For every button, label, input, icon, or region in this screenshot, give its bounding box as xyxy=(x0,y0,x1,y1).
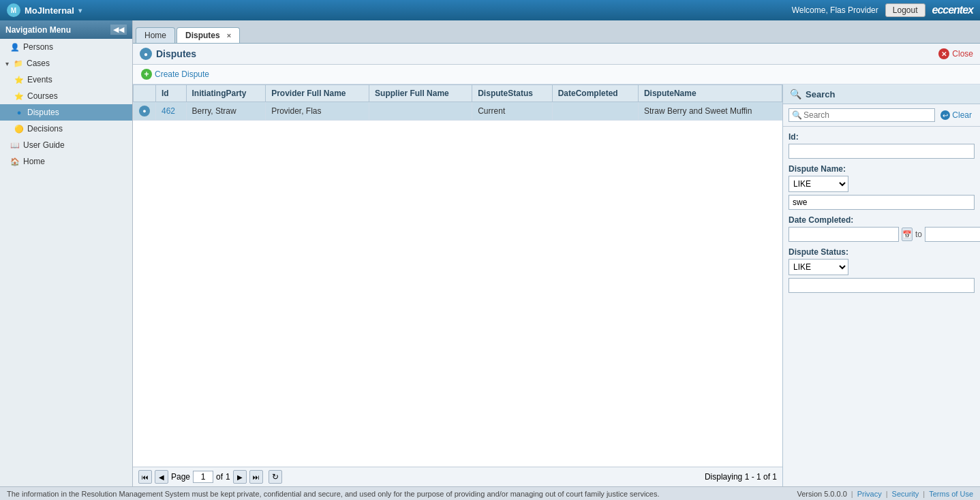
close-page-label: Close xyxy=(952,49,973,59)
decisions-icon: 🟡 xyxy=(14,123,25,134)
page-content: ● Disputes ✕ Close + Create Dispute xyxy=(133,44,980,486)
events-icon: ⭐ xyxy=(14,74,25,85)
close-page-button[interactable]: ✕ Close xyxy=(938,48,973,59)
create-dispute-button[interactable]: + Create Dispute xyxy=(138,67,212,81)
sidebar-item-user-guide[interactable]: 📖 User Guide xyxy=(0,137,132,153)
next-page-button[interactable]: ▶ xyxy=(233,470,247,484)
sidebar-item-courses[interactable]: ⭐ Courses xyxy=(0,88,132,104)
welcome-text: Welcome, Flas Provider xyxy=(792,5,878,15)
col-provider-full-name[interactable]: Provider Full Name xyxy=(266,85,369,102)
sidebar-item-persons[interactable]: 👤 Persons xyxy=(0,39,132,55)
footer: The information in the Resolution Manage… xyxy=(0,486,980,500)
date-completed-field-row: 📅 to 📅 xyxy=(788,227,975,242)
search-panel: 🔍 Search 🔍 ↩ Clear xyxy=(782,84,980,486)
disputes-icon: ● xyxy=(14,107,25,118)
date-to-input[interactable] xyxy=(925,227,980,242)
col-dispute-name[interactable]: DisputeName xyxy=(638,85,782,102)
row-dispute-name: Straw Berry and Sweet Muffin xyxy=(638,102,782,121)
sidebar-item-decisions[interactable]: 🟡 Decisions xyxy=(0,121,132,137)
tab-disputes[interactable]: Disputes × xyxy=(177,27,240,43)
col-initiating-party[interactable]: InitiatingParty xyxy=(186,85,266,102)
home-icon: 🏠 xyxy=(10,156,20,167)
row-id[interactable]: 462 xyxy=(156,102,187,121)
data-table: Id InitiatingParty Provider Full Name Su… xyxy=(133,84,782,467)
disputes-table: Id InitiatingParty Provider Full Name Su… xyxy=(133,84,782,121)
sidebar-user-guide-label: User Guide xyxy=(23,140,65,150)
sidebar-home-label: Home xyxy=(23,157,45,166)
toolbar: + Create Dispute xyxy=(133,65,980,84)
tab-home-label: Home xyxy=(144,31,166,40)
sidebar-disputes-label: Disputes xyxy=(27,108,59,117)
content-area: Home Disputes × ● Disputes ✕ Close xyxy=(133,20,980,486)
terms-link[interactable]: Terms of Use xyxy=(929,490,973,498)
table-row[interactable]: ● 462 Berry, Straw Provider, Flas Curren… xyxy=(134,102,782,121)
first-page-button[interactable]: ⏮ xyxy=(138,470,152,484)
sidebar-collapse-button[interactable]: ◀◀ xyxy=(110,25,127,35)
refresh-button[interactable]: ↻ xyxy=(269,470,282,484)
page-label: Page xyxy=(171,472,190,482)
row-supplier-name xyxy=(369,102,472,121)
app-dropdown-icon[interactable]: ▾ xyxy=(78,7,82,14)
col-date-completed[interactable]: DateCompleted xyxy=(552,85,638,102)
search-panel-header: 🔍 Search xyxy=(783,84,980,104)
search-input-wrapper: 🔍 xyxy=(788,108,935,122)
sidebar-item-events[interactable]: ⭐ Events xyxy=(0,72,132,88)
footer-links: Version 5.0.0.0 | Privacy | Security | T… xyxy=(797,490,973,498)
date-from-calendar-button[interactable]: 📅 xyxy=(902,228,913,241)
dispute-name-operator-select[interactable]: LIKE = != CONTAINS xyxy=(788,176,848,192)
cases-icon: 📁 xyxy=(13,58,24,69)
last-page-button[interactable]: ⏭ xyxy=(249,470,263,484)
dispute-status-operator-select[interactable]: LIKE = != CONTAINS xyxy=(788,259,848,275)
page-header: ● Disputes ✕ Close xyxy=(133,44,980,65)
footer-sep-1: | xyxy=(851,490,853,498)
page-nav: ⏮ ◀ Page of 1 ▶ ⏭ ↻ xyxy=(138,470,282,484)
close-page-icon: ✕ xyxy=(938,48,949,59)
row-id-link[interactable]: 462 xyxy=(162,106,175,116)
tab-disputes-close-icon[interactable]: × xyxy=(227,31,231,40)
displaying-text: Displaying 1 - 1 of 1 xyxy=(705,472,777,482)
tab-home[interactable]: Home xyxy=(136,27,175,43)
sidebar-item-home[interactable]: 🏠 Home xyxy=(0,153,132,170)
col-supplier-full-name[interactable]: Supplier Full Name xyxy=(369,85,472,102)
courses-icon: ⭐ xyxy=(14,91,25,101)
row-initiating-party: Berry, Straw xyxy=(186,102,266,121)
page-number-input[interactable] xyxy=(193,471,213,483)
user-guide-icon: 📖 xyxy=(10,140,20,151)
row-status-icon: ● xyxy=(139,106,150,116)
sidebar-persons-label: Persons xyxy=(23,42,53,52)
security-link[interactable]: Security xyxy=(892,490,919,498)
dispute-status-value-input[interactable] xyxy=(788,278,975,293)
top-header: M MoJInternal ▾ Welcome, Flas Provider L… xyxy=(0,0,980,20)
sidebar-events-label: Events xyxy=(27,75,52,84)
id-field-label: Id: xyxy=(788,132,975,142)
date-completed-field-label: Date Completed: xyxy=(788,215,975,225)
id-field-input[interactable] xyxy=(788,144,975,159)
privacy-link[interactable]: Privacy xyxy=(857,490,882,498)
dispute-name-value-input[interactable] xyxy=(788,195,975,210)
search-fields: Id: Dispute Name: LIKE = != xyxy=(783,127,980,298)
col-dispute-status[interactable]: DisputeStatus xyxy=(472,85,552,102)
of-label: of xyxy=(216,472,223,482)
table-area: Id InitiatingParty Provider Full Name Su… xyxy=(133,84,782,486)
search-text-input[interactable] xyxy=(803,110,932,120)
sidebar: Navigation Menu ◀◀ 👤 Persons ▾ 📁 Cases ⭐… xyxy=(0,20,133,486)
page-title-area: ● Disputes xyxy=(140,48,196,60)
header-right: Welcome, Flas Provider Logout eccentex xyxy=(792,3,973,17)
dispute-name-field-group: Dispute Name: LIKE = != CONTAINS xyxy=(788,164,975,210)
pagination: ⏮ ◀ Page of 1 ▶ ⏭ ↻ Displaying 1 - 1 of … xyxy=(133,467,782,486)
logout-button[interactable]: Logout xyxy=(885,3,925,17)
row-provider-name: Provider, Flas xyxy=(266,102,369,121)
tab-bar: Home Disputes × xyxy=(133,20,980,44)
sidebar-item-cases[interactable]: ▾ 📁 Cases xyxy=(0,55,132,72)
date-from-input[interactable] xyxy=(788,227,899,242)
clear-button[interactable]: ↩ Clear xyxy=(938,109,975,121)
cases-expand-icon: ▾ xyxy=(5,60,9,67)
prev-page-button[interactable]: ◀ xyxy=(155,470,168,484)
sidebar-item-disputes[interactable]: ● Disputes xyxy=(0,104,132,121)
col-id[interactable]: Id xyxy=(156,85,187,102)
to-label: to xyxy=(915,230,922,239)
sidebar-cases-label: Cases xyxy=(27,59,50,68)
dispute-status-field-group: Dispute Status: LIKE = != CONTAINS xyxy=(788,247,975,293)
app-title: MoJInternal xyxy=(25,5,74,16)
create-label: Create Dispute xyxy=(155,69,209,79)
